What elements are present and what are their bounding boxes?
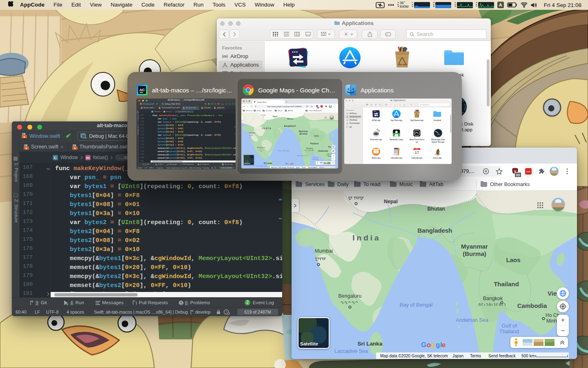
svg-text:s: s (26, 146, 27, 149)
svg-text:Thailand: Thailand (310, 142, 318, 145)
svg-text:Send feedback: Send feedback (308, 167, 317, 168)
svg-text:Mumbai: Mumbai (315, 248, 333, 254)
svg-text:Mumbai: Mumbai (249, 132, 255, 134)
svg-text:Bay of Bengal: Bay of Bengal (278, 150, 289, 152)
svg-text:Thailand: Thailand (499, 329, 519, 334)
svg-text:Laccadive Sea: Laccadive Sea (256, 165, 267, 167)
svg-text:o: o (431, 341, 435, 349)
svg-text:G: G (421, 341, 426, 349)
svg-text:Bangkok: Bangkok (483, 296, 503, 301)
svg-text:Japan: Japan (452, 354, 463, 358)
svg-text:Bangladesh: Bangladesh (417, 227, 452, 234)
svg-text:India: India (352, 233, 381, 242)
svg-text:Bhutan: Bhutan (427, 206, 445, 212)
svg-text:AC: AC (139, 88, 145, 92)
svg-text:Sri Lanka: Sri Lanka (358, 341, 383, 347)
svg-text:e: e (442, 341, 445, 349)
svg-text:e: e (292, 162, 294, 165)
svg-text:Terms: Terms (302, 167, 306, 168)
svg-text:India: India (262, 127, 272, 130)
svg-text:Laos: Laos (314, 135, 319, 137)
svg-text:?: ? (225, 310, 227, 314)
svg-text:Myanmar: Myanmar (461, 243, 488, 250)
svg-text:(Burma): (Burma) (299, 132, 307, 135)
svg-text:Thailand: Thailand (312, 158, 319, 160)
svg-text:500 km: 500 km (521, 354, 535, 358)
svg-text:Terms: Terms (470, 354, 481, 358)
svg-text:Sri Lanka: Sri Lanka (264, 162, 272, 164)
svg-text:Andaman Sea: Andaman Sea (456, 317, 488, 323)
svg-text:Bengaluru: Bengaluru (339, 293, 362, 299)
svg-text:s: s (74, 146, 76, 149)
svg-text:Send feedback: Send feedback (488, 354, 516, 358)
svg-text:Bangkok: Bangkok (306, 147, 313, 149)
svg-text:Bhutan: Bhutan (287, 118, 294, 120)
svg-text:Gulf of: Gulf of (502, 323, 517, 329)
svg-text:Andaman Sea: Andaman Sea (297, 155, 308, 157)
svg-text:Map data ©2020 Google, SK tele: Map data ©2020 Google, SK telecom (272, 167, 294, 168)
svg-text:17: 17 (415, 150, 419, 155)
svg-text:Laccadive Sea: Laccadive Sea (334, 348, 368, 354)
svg-text:Bangladesh: Bangladesh (284, 125, 296, 127)
svg-text:Cambodia: Cambodia (517, 302, 547, 309)
svg-text:Japan: Japan (296, 167, 300, 168)
svg-text:Cambodia: Cambodia (318, 150, 328, 152)
svg-text:Nepal: Nepal (384, 199, 398, 204)
svg-text:Nepal: Nepal (273, 115, 278, 117)
svg-text:(Burma): (Burma) (463, 250, 486, 257)
svg-text:500 km: 500 km (319, 167, 324, 168)
svg-text:Bay of Bengal: Bay of Bengal (400, 302, 433, 308)
svg-text:JUL: JUL (416, 148, 418, 150)
svg-text:g: g (436, 341, 440, 349)
svg-text:Thailand: Thailand (494, 280, 519, 287)
svg-text:Map data ©2020 Google, SK tele: Map data ©2020 Google, SK telecom (380, 354, 448, 358)
svg-text:Bengaluru: Bengaluru (257, 146, 265, 148)
svg-text:s: s (24, 135, 25, 138)
svg-text:Laos: Laos (506, 256, 520, 263)
svg-text:o: o (427, 341, 431, 349)
